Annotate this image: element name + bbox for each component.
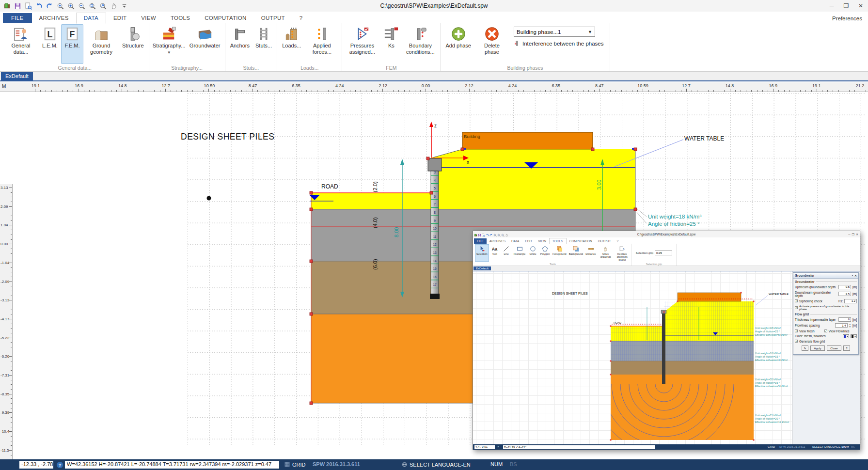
- generate-flow-grid-checkbox[interactable]: ✓: [795, 340, 798, 343]
- pin-icon[interactable]: ▪: [852, 274, 853, 277]
- inset-tool-foreground[interactable]: Foreground: [551, 244, 568, 262]
- tab-data[interactable]: DATA: [76, 13, 106, 24]
- inset-tool-replace-drawings-layout[interactable]: Replace drawings layout: [614, 244, 631, 262]
- inset-help-icon[interactable]: ?: [497, 445, 499, 448]
- tab-[interactable]: ?: [292, 13, 310, 23]
- panel-close-icon[interactable]: ✕: [854, 274, 857, 277]
- inset-zoom-out-icon[interactable]: [501, 230, 505, 239]
- ribbon-button-groundwater[interactable]: Groundwater: [187, 24, 223, 64]
- zoom-lens-icon[interactable]: [66, 1, 75, 10]
- inset-tool-selection[interactable]: Selection: [475, 244, 489, 262]
- upstream-groundwater-depth-input[interactable]: [838, 285, 851, 289]
- thickness-impermeable-layer-input[interactable]: [838, 317, 851, 322]
- selection-grip-input[interactable]: [655, 251, 672, 255]
- inset-undo-icon[interactable]: [486, 230, 489, 239]
- inset-grid-toggle[interactable]: GRID: [768, 445, 775, 448]
- inset-minimize-button[interactable]: ─: [848, 233, 850, 236]
- preferences-button[interactable]: Preferences: [826, 14, 868, 23]
- zoom-in-icon[interactable]: [56, 1, 64, 10]
- ribbon-button-stuts[interactable]: Stuts...: [253, 24, 275, 64]
- inset-redo-icon[interactable]: [489, 230, 493, 239]
- flowlines-color-swatch[interactable]: ▼: [851, 334, 857, 338]
- siphoning-check-checkbox[interactable]: ✓: [795, 299, 798, 302]
- downstream-groundwater-depth-input[interactable]: [838, 292, 851, 296]
- interference-between-phases[interactable]: Interference between the phases: [514, 40, 604, 47]
- ribbon-button-add-phase[interactable]: Add phase: [442, 24, 474, 64]
- panel-tool-button[interactable]: ✎: [802, 345, 808, 351]
- mesh-color-swatch[interactable]: ▼: [843, 334, 849, 338]
- inset-tool-polygon[interactable]: Polygon: [538, 244, 551, 262]
- inset-save-icon[interactable]: [478, 230, 481, 239]
- activate-groundwater-checkbox[interactable]: ✓: [795, 306, 798, 309]
- ribbon-button-ground-geometry[interactable]: Ground geometry: [83, 24, 119, 64]
- inset-maximize-button[interactable]: ❐: [852, 233, 854, 236]
- ribbon-button-boundary-conditions[interactable]: Boundary conditions...: [402, 24, 438, 64]
- dropdown-small-icon[interactable]: [120, 1, 128, 10]
- ribbon-button-loads[interactable]: Loads...: [279, 24, 304, 64]
- inset-zoom-in-icon[interactable]: [493, 230, 497, 239]
- inset-drawing-canvas[interactable]: DESIGN SHEET PILES WATER TABLE ROAD Unit…: [473, 271, 792, 445]
- inset-pan-icon[interactable]: [505, 230, 508, 239]
- close-panel-button[interactable]: Close: [827, 345, 841, 351]
- inset-tab-view[interactable]: VIEW: [535, 238, 549, 244]
- inset-tab-file[interactable]: FILE: [474, 238, 487, 244]
- inset-print-preview-icon[interactable]: [482, 230, 485, 239]
- zoom-dynamic-icon[interactable]: [98, 1, 107, 10]
- save-icon[interactable]: [13, 1, 22, 10]
- maximize-button[interactable]: ❐: [839, 0, 853, 11]
- ribbon-button-f-e-m[interactable]: FF.E.M.: [61, 24, 83, 64]
- zoom-window-icon[interactable]: [88, 1, 96, 10]
- inset-zoom-lens-icon[interactable]: [497, 230, 501, 239]
- grid-toggle[interactable]: GRID: [284, 461, 306, 468]
- ribbon-button-structure[interactable]: Structure: [119, 24, 147, 64]
- redo-icon[interactable]: [45, 1, 54, 10]
- app-icon[interactable]: [2, 1, 11, 10]
- inset-tool-text[interactable]: AaText: [489, 244, 501, 262]
- tab-tools[interactable]: TOOLS: [163, 13, 197, 23]
- ribbon-button-l-e-m[interactable]: LL.E.M.: [39, 24, 61, 64]
- inset-close-button[interactable]: ✕: [856, 233, 858, 236]
- pan-icon[interactable]: [109, 1, 118, 10]
- minimize-button[interactable]: ─: [824, 0, 839, 11]
- inset-tool-line[interactable]: Line: [501, 244, 512, 262]
- inset-tool-rectangle[interactable]: Rectangle: [512, 244, 527, 262]
- inset-tool-distance[interactable]: Distance: [584, 244, 597, 262]
- inset-window[interactable]: C:\geostru\SPW\Examples\ExDefault.spw ─❐…: [473, 231, 860, 450]
- inset-tool-move-drawings[interactable]: Move drawings: [598, 244, 614, 262]
- tab-file[interactable]: FILE: [3, 13, 32, 23]
- tab-computation[interactable]: COMPUTATION: [197, 13, 254, 23]
- flowlines-spacing-input[interactable]: [835, 323, 848, 328]
- tab-edit[interactable]: EDIT: [106, 13, 134, 23]
- tab-view[interactable]: VIEW: [134, 13, 163, 23]
- inset-tab-output[interactable]: OUTPUT: [595, 238, 614, 244]
- tab-archives[interactable]: ARCHIVES: [32, 13, 76, 23]
- inset-app-icon[interactable]: [474, 230, 477, 239]
- ribbon-button-ks[interactable]: Ks: [380, 24, 402, 64]
- inset-tool-circle[interactable]: Circle: [527, 244, 538, 262]
- undo-icon[interactable]: [34, 1, 43, 10]
- view-mesh-checkbox[interactable]: ✓: [795, 329, 798, 332]
- building-phase-select[interactable]: Building phase...1▼: [514, 27, 595, 37]
- language-selector[interactable]: SELECT LANGUAGE-EN: [401, 461, 471, 468]
- inset-tab-[interactable]: ?: [614, 238, 622, 244]
- inset-tab-data[interactable]: DATA: [508, 238, 522, 244]
- inset-tool-background[interactable]: Background: [568, 244, 584, 262]
- ribbon-button-applied-forces[interactable]: Applied forces...: [304, 24, 340, 64]
- zoom-out-icon[interactable]: [77, 1, 86, 10]
- panel-help-button[interactable]: ?: [843, 345, 850, 351]
- document-tab[interactable]: ExDefault: [1, 72, 33, 80]
- ribbon-button-anchors[interactable]: Anchors: [227, 24, 253, 64]
- inset-tab-edit[interactable]: EDIT: [522, 238, 535, 244]
- ribbon-button-delete-phase[interactable]: Delete phase: [474, 24, 510, 64]
- tab-output[interactable]: OUTPUT: [254, 13, 292, 23]
- ribbon-button-general-data[interactable]: General data...: [3, 24, 39, 64]
- close-button[interactable]: ✕: [853, 0, 868, 11]
- apply-button[interactable]: Apply: [810, 345, 825, 351]
- status-help-icon[interactable]: ?: [56, 461, 63, 469]
- print-preview-icon[interactable]: [24, 1, 32, 10]
- fs-input[interactable]: [844, 299, 857, 303]
- inset-tab-computation[interactable]: COMPUTATION: [567, 238, 595, 244]
- view-flowlines-checkbox[interactable]: ✓: [824, 329, 827, 332]
- ribbon-button-pressures-assigned[interactable]: Pressures assigned...: [344, 24, 380, 64]
- inset-tab-archives[interactable]: ARCHIVES: [487, 238, 508, 244]
